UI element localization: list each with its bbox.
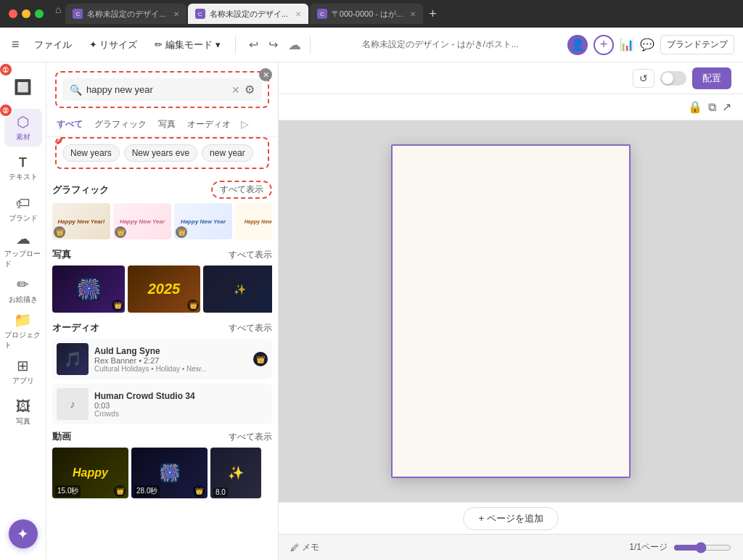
video-duration-3: 8.0 [213,487,228,497]
add-collaborator-button[interactable]: + [594,35,614,55]
toggle-switch[interactable] [660,71,686,86]
video-item-3[interactable]: ✨ 8.0 [210,448,261,498]
badge-2: ② [0,103,13,118]
cat-tab-photos[interactable]: 写真 [154,115,180,133]
audio-thumb-2: ♪ [57,388,89,420]
panel-close-button[interactable]: ✕ [259,68,272,81]
traffic-light-green[interactable] [35,9,44,18]
photo-strip: 🎆 👑 2025 👑 ✨ [52,265,272,316]
sidebar-item-draw[interactable]: ✏ お絵描き [4,271,42,309]
sidebar-item-apps[interactable]: ⊞ アプリ [4,353,42,390]
photo-crown-2: 👑 [187,300,199,311]
brand-template-button[interactable]: ブランドテンプ [660,35,734,54]
suggestion-new-year[interactable]: new year [202,144,253,162]
audio-info-2: Human Crowd Studio 34 0:03 Crowds [94,391,268,418]
traffic-light-yellow[interactable] [22,9,30,18]
browser-tab-3[interactable]: C 〒000-0000 - はが... ✕ [310,4,423,24]
page-number: 1/1ページ [629,541,668,553]
search-suggestions: ③ New years New years eve new year [55,137,269,169]
traffic-lights [9,9,44,18]
traffic-light-red[interactable] [9,9,17,18]
sidebar-item-text[interactable]: T テキスト [4,149,42,187]
file-menu-button[interactable]: ファイル [28,36,78,54]
tab-close-1[interactable]: ✕ [173,10,179,18]
audio-see-all-button[interactable]: すべて表示 [229,322,272,334]
video-duration-2: 28.0秒 [134,485,160,497]
toolbar-right: 👤 + 📊 💬 ブランドテンプ [567,35,734,55]
audio-sub-2: 0:03 [94,401,268,410]
edit-mode-button[interactable]: ✏ 編集モード ▾ [149,36,226,54]
search-input[interactable] [86,84,227,95]
audio-item-2[interactable]: ♪ Human Crowd Studio 34 0:03 Crowds [52,384,272,424]
cat-tab-audio[interactable]: オーディオ [183,115,235,133]
add-tab-button[interactable]: + [424,4,441,24]
audio-title-2: Human Crowd Studio 34 [94,391,268,401]
canvas-icon-row: 🔒 ⧉ ↗ [279,94,743,120]
photos-section-header: 写真 すべて表示 [52,242,272,265]
photos-see-all-button[interactable]: すべて表示 [229,249,272,261]
tab-close-2[interactable]: ✕ [295,10,301,18]
add-page-button[interactable]: + ページを追加 [463,507,558,530]
tab-icon-2: C [195,9,205,19]
suggestion-new-years-eve[interactable]: New years eve [124,144,197,162]
video-strip: Happy 15.0秒 👑 🎆 28.0秒 👑 ✨ 8.0 [52,448,272,498]
fab-button[interactable]: ✦ [9,519,38,548]
video-see-all-button[interactable]: すべて表示 [229,431,272,443]
suggestion-new-years[interactable]: New years [62,144,120,162]
tab-close-3[interactable]: ✕ [410,10,416,18]
canvas-workspace[interactable] [279,120,743,502]
graphic-item-2[interactable]: Happy New Year 👑 [113,203,171,239]
audio-section-header: オーディオ すべて表示 [52,316,272,339]
video-item-2[interactable]: 🎆 28.0秒 👑 [131,448,208,498]
graphic-item-1[interactable]: Happy New Year! 👑 [52,203,110,239]
upload-icon: ☁ [16,230,30,247]
deploy-button[interactable]: 配置 [692,67,731,89]
cat-tab-more[interactable]: ▷ [238,115,252,133]
user-avatar[interactable]: 👤 [567,35,588,55]
cat-tab-graphics[interactable]: グラフィック [90,115,151,133]
memo-button[interactable]: 🖉 メモ [290,541,319,553]
graphics-see-all-button[interactable]: すべて表示 [211,181,272,199]
cat-tab-all[interactable]: すべて [52,115,87,133]
menu-toggle-button[interactable]: ≡ [9,34,22,55]
sidebar-item-upload[interactable]: ☁ アップロード [4,231,42,268]
tab-icon-1: C [73,9,83,19]
sidebar-item-brand[interactable]: 🏷 ブランド [4,190,42,228]
video-item-1[interactable]: Happy 15.0秒 👑 [52,448,128,498]
search-filter-button[interactable]: ⚙ [245,83,255,96]
resize-button[interactable]: ✦ リサイズ [83,36,144,54]
video-crown-1: 👑 [114,485,126,497]
badge-3: ③ [55,137,64,146]
redo-button[interactable]: ↪ [264,36,282,53]
badge-1: ① [0,62,13,77]
tab-label-1: 名称未設定のデザイ... [87,9,165,20]
home-icon[interactable]: ⌂ [55,4,61,24]
lock-button[interactable]: 🔒 [688,100,702,114]
video-duration-1: 15.0秒 [55,485,81,497]
copy-button[interactable]: ⧉ [708,100,716,114]
photo-item-2[interactable]: 2025 👑 [128,265,200,313]
undo-button[interactable]: ↩ [245,36,263,53]
sidebar-item-photos[interactable]: 🖼 写真 [4,393,42,431]
graphic-strip: Happy New Year! 👑 Happy New Year 👑 Happy… [52,203,272,242]
refresh-button[interactable]: ↺ [633,69,654,88]
template-icon: 🔲 [14,78,32,96]
tab-icon-3: C [317,9,327,19]
browser-tab-2[interactable]: C 名称未設定のデザイ... ✕ [188,4,308,24]
graphic-item-3[interactable]: Happy New Year 👑 [174,203,232,239]
cloud-button[interactable]: ☁ [288,37,301,53]
browser-tab-1[interactable]: C 名称未設定のデザイ... ✕ [65,4,186,24]
search-clear-button[interactable]: ✕ [231,84,240,96]
draw-label: お絵描き [9,295,38,305]
graphic-item-4[interactable]: Happy New Year [235,203,272,239]
zoom-slider[interactable] [673,542,731,553]
audio-item-1[interactable]: 🎵 Auld Lang Syne Rex Banner • 2:27 Cultu… [52,339,272,379]
photo-item-3[interactable]: ✨ [203,265,272,313]
chart-button[interactable]: 📊 [620,38,634,52]
chat-button[interactable]: 💬 [640,38,654,52]
main-layout: ① 🔲 ② ⬡ 素材 T テキスト 🏷 ブランド ☁ アップロード ✏ お絵描き [0,62,743,560]
photo-item-1[interactable]: 🎆 👑 [52,265,125,313]
sidebar-item-project[interactable]: 📁 プロジェクト [4,312,42,350]
audio-info-1: Auld Lang Syne Rex Banner • 2:27 Cultura… [94,346,247,373]
export-button[interactable]: ↗ [722,100,731,114]
